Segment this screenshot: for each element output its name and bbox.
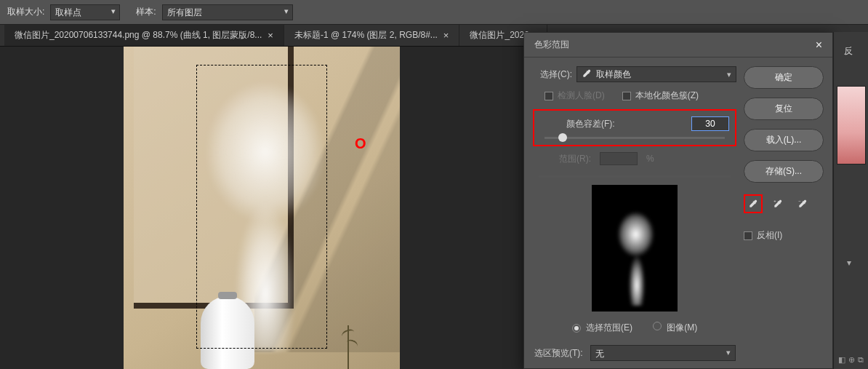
selection-marquee[interactable]: [196, 65, 327, 349]
dialog-title-text: 色彩范围: [534, 39, 569, 51]
selection-preview-row: 选区预览(T): 无: [534, 345, 736, 361]
eyedropper-minus-icon[interactable]: −: [793, 194, 812, 213]
fuzziness-highlight-box: 颜色容差(F):: [533, 109, 736, 146]
sample-select-wrap[interactable]: 所有图层: [162, 4, 293, 20]
select-label: 选择(C):: [533, 68, 572, 81]
annotation-marker: O: [355, 135, 366, 152]
chevron-down-icon[interactable]: ▾: [847, 258, 851, 268]
save-button[interactable]: 存储(S)...: [744, 160, 824, 183]
panel-tab-label[interactable]: 反: [844, 45, 853, 57]
close-icon[interactable]: ×: [443, 30, 449, 41]
checkboxes-row: 检测人脸(D) 本地化颜色簇(Z): [533, 90, 736, 102]
sample-size-select-wrap[interactable]: 取样点: [50, 4, 120, 20]
radio-image-label: 图像(M): [667, 322, 697, 333]
invert-checkbox[interactable]: [744, 231, 752, 240]
invert-label: 反相(I): [757, 229, 782, 242]
canvas-area[interactable]: [0, 47, 523, 369]
color-swatch[interactable]: [837, 86, 866, 164]
selection-preview-dropdown[interactable]: 无: [590, 345, 736, 361]
range-label: 范围(R):: [533, 153, 591, 165]
slider-thumb[interactable]: [558, 133, 567, 142]
preview-mist: [611, 204, 663, 306]
dialog-body: 选择(C): 取样颜色 检测人脸(D) 本地化颜色簇(Z) 颜色容差(F):: [524, 57, 832, 354]
fuzziness-input[interactable]: [691, 116, 729, 131]
localized-checkbox[interactable]: [622, 92, 631, 100]
eyedropper-plus-icon[interactable]: +: [768, 194, 787, 213]
ok-button[interactable]: 确定: [744, 66, 824, 89]
panel-footer-icons: ◧ ⊕ ⧉: [838, 355, 864, 365]
cancel-button[interactable]: 复位: [744, 98, 824, 120]
load-button[interactable]: 载入(L)...: [744, 129, 824, 151]
dialog-titlebar[interactable]: 色彩范围 ×: [524, 33, 832, 57]
range-unit: %: [646, 154, 654, 164]
selection-preview[interactable]: [592, 185, 678, 312]
range-row: 范围(R): %: [533, 152, 736, 165]
document-tab-title: 微信图片_20200706133744.png @ 88.7% (曲线 1, 图…: [15, 29, 262, 41]
select-dropdown[interactable]: 取样颜色: [576, 66, 736, 82]
invert-row: 反相(I): [744, 229, 824, 242]
select-row: 选择(C): 取样颜色: [533, 66, 736, 82]
fuzziness-row: 颜色容差(F):: [540, 116, 729, 131]
sample-size-select[interactable]: 取样点: [50, 4, 120, 20]
right-side-panels: 反 ▾ ◧ ⊕ ⧉: [833, 32, 868, 369]
footer-icon[interactable]: ◧: [838, 355, 845, 365]
eyedropper-icon[interactable]: [744, 194, 763, 213]
range-input: [600, 152, 638, 165]
document-tab-1[interactable]: 未标题-1 @ 174% (图层 2, RGB/8#... ×: [284, 25, 460, 46]
fuzziness-slider[interactable]: [544, 137, 725, 139]
sample-size-label: 取样大小:: [7, 6, 44, 18]
dialog-left-column: 选择(C): 取样颜色 检测人脸(D) 本地化颜色簇(Z) 颜色容差(F):: [533, 66, 736, 346]
dialog-right-column: 确定 复位 载入(L)... 存储(S)... + − 反相(I): [744, 66, 824, 346]
sample-select[interactable]: 所有图层: [162, 4, 293, 20]
close-icon[interactable]: ×: [268, 30, 273, 41]
preview-mode-radios: 选择范围(E) 图像(M): [533, 322, 736, 334]
footer-icon[interactable]: ⊕: [848, 355, 855, 365]
radio-image[interactable]: 图像(M): [653, 322, 697, 334]
selection-preview-label: 选区预览(T):: [534, 347, 583, 360]
detect-faces-label: 检测人脸(D): [558, 90, 605, 102]
fuzziness-label: 颜色容差(F):: [566, 118, 615, 130]
color-range-dialog: 色彩范围 × 选择(C): 取样颜色 检测人脸(D) 本地化颜色簇(Z): [523, 32, 833, 369]
detect-faces-checkbox: [544, 92, 553, 100]
eyedropper-tools: + −: [744, 194, 824, 213]
localized-label: 本地化颜色簇(Z): [635, 90, 699, 102]
radio-selection-label: 选择范围(E): [586, 322, 632, 333]
radio-icon[interactable]: [653, 322, 662, 330]
sample-label: 样本:: [136, 6, 156, 18]
select-value: 取样颜色: [596, 68, 631, 81]
footer-icon[interactable]: ⧉: [858, 355, 864, 365]
plant: [347, 325, 349, 369]
options-bar: 取样大小: 取样点 样本: 所有图层: [0, 0, 868, 25]
svg-text:−: −: [798, 199, 801, 203]
svg-text:+: +: [773, 199, 776, 203]
eyedropper-icon: [582, 68, 592, 81]
radio-selection[interactable]: 选择范围(E): [572, 322, 632, 334]
radio-icon[interactable]: [572, 324, 581, 333]
document-tab-title: 未标题-1 @ 174% (图层 2, RGB/8#...: [294, 29, 438, 41]
canvas-image[interactable]: [124, 47, 400, 369]
close-icon[interactable]: ×: [816, 39, 822, 51]
range-slider-disabled: [539, 175, 731, 178]
selection-preview-value: 无: [595, 349, 604, 359]
document-tab-0[interactable]: 微信图片_20200706133744.png @ 88.7% (曲线 1, 图…: [4, 25, 284, 46]
